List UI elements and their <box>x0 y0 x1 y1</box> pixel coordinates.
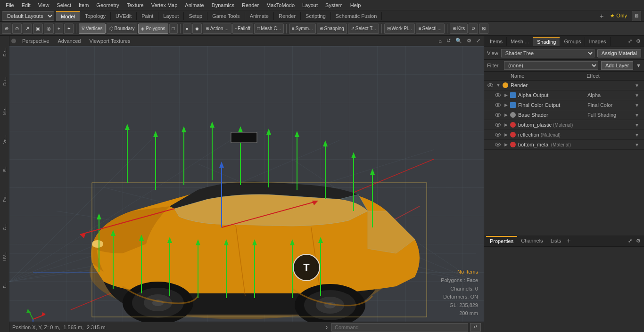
toolbar-selectt-btn[interactable]: ↗ Select T... <box>348 24 379 34</box>
shader-row-bottom-metal[interactable]: ▶ bottom_metal (Material) ▼ <box>484 140 644 150</box>
toolbar-snapping-btn[interactable]: ⊕ Snapping <box>317 24 347 34</box>
command-go-button[interactable]: ↵ <box>470 323 481 332</box>
layout-tab-layout[interactable]: Layout <box>158 12 184 20</box>
toolbar-meshc-btn[interactable]: □ Mesh C... <box>254 24 284 34</box>
final-color-expand-btn[interactable]: ▶ <box>502 103 510 107</box>
sidebar-item-ve[interactable]: Ve... <box>1 125 8 154</box>
panel-tab-images[interactable]: Images <box>585 37 610 46</box>
menu-render[interactable]: Render <box>238 1 263 9</box>
toolbar-polygons-btn[interactable]: ◈ Polygons <box>138 24 168 34</box>
layout-add-button[interactable]: + <box>598 11 605 21</box>
menu-vertex-map[interactable]: Vertex Map <box>148 1 182 9</box>
sidebar-item-po[interactable]: Po... <box>1 184 8 212</box>
sidebar-item-e[interactable]: E... <box>1 154 8 183</box>
toolbar-global-axis[interactable]: ⊕ <box>2 24 11 34</box>
base-shader-arrow[interactable]: ▼ <box>635 113 642 118</box>
toolbar-symm-btn[interactable]: ≡ Symm... <box>289 24 316 34</box>
toolbar-lasso-sel[interactable]: ⌖ <box>55 24 63 34</box>
bottom-plastic-expand-btn[interactable]: ▶ <box>502 122 510 127</box>
menu-help[interactable]: Help <box>347 1 365 9</box>
render-visibility-btn[interactable] <box>486 82 495 89</box>
shader-row-alpha[interactable]: ▶ Alpha Output Alpha ▼ <box>484 90 644 100</box>
reflection-arrow[interactable]: ▼ <box>635 132 642 138</box>
panel-tab-shading[interactable]: Shading <box>533 37 560 46</box>
toolbar-arrow-sel[interactable]: ↗ <box>23 24 32 34</box>
shader-row-bottom-plastic[interactable]: ▶ bottom_plastic (Material) ▼ <box>484 120 644 130</box>
toolbar-boundary-btn[interactable]: ⬡ Boundary <box>107 24 138 34</box>
toolbar-workpl-btn[interactable]: ⊞ Work Pl... <box>384 24 415 34</box>
menu-dynamics[interactable]: Dynamics <box>208 1 238 9</box>
sidebar-item-uv[interactable]: UV... <box>1 242 8 270</box>
toolbar-falloff-btn[interactable]: ◦ Falloff <box>232 24 254 34</box>
bottom-plastic-arrow[interactable]: ▼ <box>635 122 642 128</box>
toolbar-kits-btn[interactable]: ⊕ Kits <box>450 24 468 34</box>
panel-tab-items[interactable]: Items <box>486 37 507 46</box>
add-layer-dropdown[interactable]: ▼ <box>636 63 641 68</box>
viewport-tab-advanced[interactable]: Advanced <box>54 37 84 45</box>
sidebar-item-c[interactable]: C... <box>1 213 8 241</box>
layout-tab-topology[interactable]: Topology <box>80 12 111 20</box>
layout-tab-uvedit[interactable]: UVEdit <box>111 12 137 20</box>
shader-row-base-shader[interactable]: ▶ Base Shader Full Shading ▼ <box>484 110 644 120</box>
base-shader-expand-btn[interactable]: ▶ <box>502 113 510 117</box>
layout-tab-scripting[interactable]: Scripting <box>301 12 331 20</box>
shader-row-render[interactable]: ▼ Render ▼ <box>484 81 644 90</box>
toolbar-rotate-btn[interactable]: ↺ <box>469 24 478 34</box>
layout-tab-paint[interactable]: Paint <box>137 12 158 20</box>
menu-file[interactable]: File <box>2 1 18 9</box>
menu-layout[interactable]: Layout <box>298 1 322 9</box>
layout-tab-setup[interactable]: Setup <box>184 12 207 20</box>
bottom-metal-arrow[interactable]: ▼ <box>635 142 642 147</box>
panel-settings-icon[interactable]: ⚙ <box>635 38 642 45</box>
layout-tab-animate[interactable]: Animate <box>245 12 274 20</box>
shader-row-final-color[interactable]: ▶ Final Color Output Final Color ▼ <box>484 100 644 110</box>
viewport-ctrl-rotate[interactable]: ↺ <box>445 37 452 44</box>
viewport-tab-textures[interactable]: Viewport Textures <box>85 37 134 45</box>
menu-item[interactable]: Item <box>75 1 92 9</box>
prop-settings-icon[interactable]: ⚙ <box>635 237 642 244</box>
layout-selector[interactable]: Default Layouts <box>2 11 54 21</box>
menu-view[interactable]: View <box>34 1 53 9</box>
panel-tab-mesh[interactable]: Mesh ... <box>507 37 533 46</box>
toolbar-dot1[interactable]: ● <box>183 24 191 34</box>
toolbar-rect-sel[interactable]: ▣ <box>33 24 43 34</box>
toolbar-radial-sel[interactable]: ◎ <box>44 24 54 34</box>
prop-tab-properties[interactable]: Properties <box>486 236 517 245</box>
sidebar-item-f[interactable]: F... <box>1 271 8 300</box>
sidebar-item-du[interactable]: Du... <box>1 67 8 95</box>
prop-tab-channels[interactable]: Channels <box>517 236 546 245</box>
viewport-tab-perspective[interactable]: Perspective <box>18 37 53 45</box>
star-only-label[interactable]: ★ Only <box>607 12 630 20</box>
toolbar-dot2[interactable]: ◆ <box>192 24 202 34</box>
viewport-ctrl-home[interactable]: ⌂ <box>437 38 443 44</box>
alpha-visibility-btn[interactable] <box>494 92 502 98</box>
alpha-arrow[interactable]: ▼ <box>635 93 642 98</box>
command-input[interactable] <box>331 323 468 332</box>
render-arrow[interactable]: ▼ <box>635 83 642 88</box>
menu-select[interactable]: Select <box>53 1 75 9</box>
menu-system[interactable]: System <box>322 1 347 9</box>
add-layer-button[interactable]: Add Layer <box>601 61 633 70</box>
base-shader-visibility-btn[interactable] <box>494 112 502 118</box>
final-color-arrow[interactable]: ▼ <box>635 103 642 108</box>
viewport-ctrl-zoom[interactable]: 🔍 <box>454 37 463 44</box>
alpha-expand-btn[interactable]: ▶ <box>502 93 510 97</box>
layout-tab-game-tools[interactable]: Game Tools <box>207 12 245 20</box>
layout-tab-render[interactable]: Render <box>274 12 301 20</box>
prop-expand-icon[interactable]: ⤢ <box>627 237 634 244</box>
filter-select[interactable]: (none) <box>504 61 598 70</box>
menu-texture[interactable]: Texture <box>123 1 148 9</box>
command-arrow[interactable]: › <box>324 324 330 331</box>
final-color-visibility-btn[interactable] <box>494 102 502 108</box>
menu-geometry[interactable]: Geometry <box>92 1 123 9</box>
view-select[interactable]: Shader Tree <box>501 49 594 57</box>
bottom-plastic-visibility-btn[interactable] <box>494 121 502 128</box>
toolbar-sq-btn[interactable]: □ <box>169 24 178 34</box>
toolbar-close-btn[interactable]: ⊠ <box>479 24 488 34</box>
bottom-metal-expand-btn[interactable]: ▶ <box>502 142 510 147</box>
render-expand-btn[interactable]: ▼ <box>495 83 502 88</box>
panel-tab-groups[interactable]: Groups <box>560 37 585 46</box>
toolbar-selecti-btn[interactable]: ≡ Selecti ... <box>416 24 445 34</box>
3d-viewport[interactable]: T <box>9 46 484 322</box>
toolbar-circle-sel[interactable]: ⊙ <box>12 24 22 34</box>
